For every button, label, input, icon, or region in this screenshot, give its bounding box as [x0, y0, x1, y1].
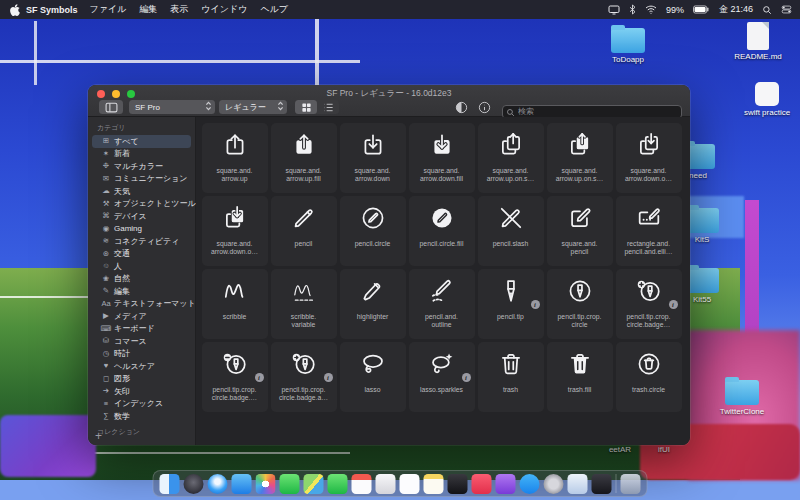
- dock-contacts[interactable]: [376, 474, 396, 494]
- dock-terminal[interactable]: [592, 474, 612, 494]
- dock-safari[interactable]: [208, 474, 228, 494]
- list-view-button[interactable]: [317, 100, 339, 114]
- dock-messages[interactable]: [280, 474, 300, 494]
- dock-trash[interactable]: [621, 474, 641, 494]
- sidebar-item-0[interactable]: ⊞すべて: [92, 135, 191, 148]
- sidebar-item-20[interactable]: ➔矢印: [92, 385, 191, 398]
- desktop-icon-ToDoapp[interactable]: ToDoapp: [598, 28, 658, 64]
- apple-menu-icon[interactable]: [10, 4, 20, 16]
- menu-item-2[interactable]: 表示: [170, 4, 188, 14]
- sidebar-item-1[interactable]: ✶新着: [92, 148, 191, 161]
- symbol-tile[interactable]: trash.circle: [616, 342, 682, 412]
- dock-facetime[interactable]: [328, 474, 348, 494]
- menu-item-3[interactable]: ウインドウ: [201, 4, 247, 14]
- sidebar-item-6[interactable]: ⌘デバイス: [92, 210, 191, 223]
- info-badge-icon: i: [669, 300, 678, 309]
- sidebar-item-3[interactable]: ✉コミュニケーション: [92, 173, 191, 186]
- menu-item-4[interactable]: ヘルプ: [260, 4, 288, 14]
- symbol-tile[interactable]: pencil.and.outline: [409, 269, 475, 339]
- weight-popup[interactable]: レギュラー: [219, 100, 287, 114]
- grid-view-button[interactable]: [295, 100, 317, 114]
- dock-notes[interactable]: [424, 474, 444, 494]
- battery-icon[interactable]: [693, 5, 710, 14]
- symbol-tile[interactable]: highlighter: [340, 269, 406, 339]
- dock-finder[interactable]: [160, 474, 180, 494]
- dock-photos[interactable]: [256, 474, 276, 494]
- symbol-tile[interactable]: lasso: [340, 342, 406, 412]
- desktop-icon-README.md[interactable]: README.md: [728, 22, 788, 61]
- symbol-tile[interactable]: ipencil.tip.crop.circle.badge.a…: [271, 342, 337, 412]
- info-button[interactable]: [477, 100, 492, 115]
- symbol-tile[interactable]: square.and.arrow.down.fill: [409, 123, 475, 193]
- symbol-tile[interactable]: square.and.arrow.down.o…: [202, 196, 268, 266]
- sidebar-item-4[interactable]: ☁天気: [92, 185, 191, 198]
- spotlight-icon[interactable]: [762, 5, 772, 15]
- sidebar-item-13[interactable]: Aaテキストフォーマット: [92, 298, 191, 311]
- sidebar-item-21[interactable]: ≡インデックス: [92, 398, 191, 411]
- dock-app-store[interactable]: [520, 474, 540, 494]
- sidebar-item-22[interactable]: ∑数学: [92, 410, 191, 423]
- symbol-tile[interactable]: pencil.circle: [340, 196, 406, 266]
- sidebar-item-16[interactable]: ⛁コマース: [92, 335, 191, 348]
- symbol-tile[interactable]: pencil.slash: [478, 196, 544, 266]
- symbol-tile[interactable]: trash.fill: [547, 342, 613, 412]
- add-collection-button[interactable]: +: [95, 430, 102, 442]
- sidebar-item-9[interactable]: ⊛交通: [92, 248, 191, 261]
- sidebar-item-5[interactable]: ⚒オブジェクトとツール: [92, 198, 191, 211]
- symbol-tile[interactable]: trash: [478, 342, 544, 412]
- symbol-tile[interactable]: square.and.arrow.down.o…: [616, 123, 682, 193]
- dock-podcasts[interactable]: [496, 474, 516, 494]
- symbol-tile[interactable]: pencil: [271, 196, 337, 266]
- appearance-button[interactable]: [454, 100, 469, 115]
- symbol-tile[interactable]: square.and.arrow.up.fill: [271, 123, 337, 193]
- sidebar-item-11[interactable]: ❀自然: [92, 273, 191, 286]
- symbol-tile[interactable]: pencil.tip.crop.circle: [547, 269, 613, 339]
- symbol-tile[interactable]: square.and.arrow.up.on.s…: [478, 123, 544, 193]
- dock-calendar[interactable]: [352, 474, 372, 494]
- dock-music[interactable]: [472, 474, 492, 494]
- sidebar-item-18[interactable]: ♥ヘルスケア: [92, 360, 191, 373]
- symbol-tile[interactable]: square.and.pencil: [547, 196, 613, 266]
- indices-icon: ≡: [100, 398, 112, 410]
- sidebar-item-15[interactable]: ⌨キーボード: [92, 323, 191, 336]
- sidebar-item-2[interactable]: ❉マルチカラー: [92, 160, 191, 173]
- symbol-tile[interactable]: square.and.arrow.up: [202, 123, 268, 193]
- sidebar-toggle-button[interactable]: [99, 100, 123, 114]
- symbol-tile[interactable]: rectangle.and.pencil.and.elli…: [616, 196, 682, 266]
- symbol-tile[interactable]: ipencil.tip: [478, 269, 544, 339]
- display-icon[interactable]: [608, 5, 620, 15]
- active-app-name[interactable]: SF Symbols: [26, 5, 78, 15]
- menu-item-0[interactable]: ファイル: [90, 4, 127, 14]
- dock-reminders[interactable]: [400, 474, 420, 494]
- dock-mail[interactable]: [232, 474, 252, 494]
- sidebar-item-8[interactable]: ≋コネクティビティ: [92, 235, 191, 248]
- symbol-tile[interactable]: square.and.arrow.up.on.s…: [547, 123, 613, 193]
- menu-item-1[interactable]: 編集: [139, 4, 157, 14]
- symbol-tile[interactable]: scribble.variable: [271, 269, 337, 339]
- sidebar-item-14[interactable]: ▶メディア: [92, 310, 191, 323]
- symbol-tile[interactable]: ipencil.tip.crop.circle.badge.…: [202, 342, 268, 412]
- dock-xcode[interactable]: [568, 474, 588, 494]
- dock-tv[interactable]: [448, 474, 468, 494]
- sidebar-item-7[interactable]: ◉Gaming: [92, 223, 191, 236]
- dock: [153, 470, 648, 497]
- wifi-icon[interactable]: [645, 5, 657, 14]
- font-popup[interactable]: SF Pro: [129, 100, 215, 114]
- sidebar-item-19[interactable]: ◻図形: [92, 373, 191, 386]
- bluetooth-icon[interactable]: [629, 4, 636, 15]
- dock-maps[interactable]: [304, 474, 324, 494]
- sidebar-item-12[interactable]: ✎編集: [92, 285, 191, 298]
- control-center-icon[interactable]: [781, 4, 792, 15]
- sidebar-item-17[interactable]: ◷時計: [92, 348, 191, 361]
- desktop-icon-TwitterClone[interactable]: TwitterClone: [712, 380, 772, 416]
- dock-system-preferences[interactable]: [544, 474, 564, 494]
- symbol-tile[interactable]: ilasso.sparkles: [409, 342, 475, 412]
- desktop-icon-swift practice[interactable]: swift practice: [737, 82, 797, 117]
- menu-clock[interactable]: 金 21:46: [719, 3, 753, 16]
- sidebar-item-10[interactable]: ☺人: [92, 260, 191, 273]
- dock-launchpad[interactable]: [184, 474, 204, 494]
- symbol-tile[interactable]: scribble: [202, 269, 268, 339]
- symbol-tile[interactable]: square.and.arrow.down: [340, 123, 406, 193]
- symbol-tile[interactable]: pencil.circle.fill: [409, 196, 475, 266]
- symbol-tile[interactable]: ipencil.tip.crop.circle.badge…: [616, 269, 682, 339]
